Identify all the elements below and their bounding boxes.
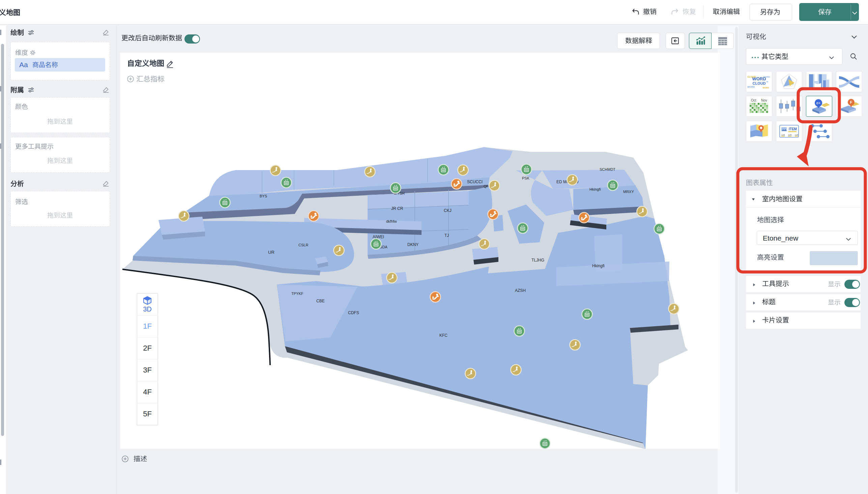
svg-text:Hkingfi: Hkingfi <box>589 187 601 191</box>
svg-text:dkfhfw: dkfhfw <box>386 219 397 223</box>
svg-text:BYS: BYS <box>260 194 267 198</box>
svg-text:TPYKF: TPYKF <box>291 291 303 296</box>
svg-text:AZSH: AZSH <box>515 288 526 293</box>
svg-text:DKNY: DKNY <box>407 242 418 247</box>
svg-text:TLJHG: TLJHG <box>531 258 544 263</box>
svg-text:CBE: CBE <box>316 299 325 303</box>
svg-text:MRXY: MRXY <box>623 190 634 194</box>
svg-text:SCHMDT: SCHMDT <box>599 167 615 171</box>
svg-text:CDFS: CDFS <box>348 310 359 315</box>
svg-text:JR CR: JR CR <box>391 206 403 211</box>
svg-text:CKJ: CKJ <box>444 208 452 213</box>
svg-text:W: W <box>766 81 768 83</box>
svg-text:UR: UR <box>268 250 275 255</box>
svg-text:Hkingfi: Hkingfi <box>592 264 605 268</box>
svg-text:CLOUD: CLOUD <box>748 76 756 78</box>
svg-text:TJ: TJ <box>445 233 449 238</box>
svg-text:PSK: PSK <box>522 176 530 180</box>
svg-text:SCUCCI: SCUCCI <box>467 179 482 184</box>
svg-text:CSLR: CSLR <box>298 243 308 247</box>
svg-text:AIWEI: AIWEI <box>373 234 384 239</box>
svg-text:WORD: WORD <box>764 76 770 78</box>
svg-text:KFC: KFC <box>439 333 448 338</box>
